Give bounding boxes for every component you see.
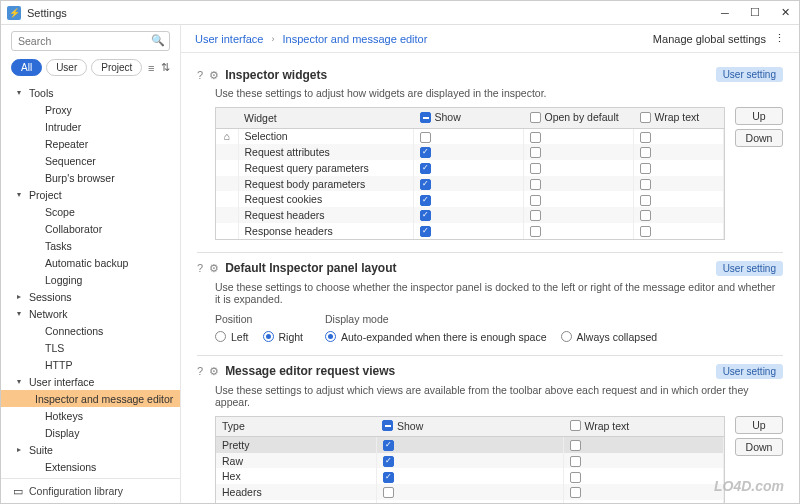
- cell-wrap[interactable]: [634, 207, 724, 223]
- cell-open[interactable]: [524, 191, 634, 207]
- cell-show[interactable]: [414, 128, 524, 144]
- checkbox-icon[interactable]: [640, 195, 651, 206]
- col-widget[interactable]: Widget: [238, 108, 414, 128]
- tree-item[interactable]: TLS: [1, 339, 180, 356]
- checkbox-icon[interactable]: [530, 195, 541, 206]
- checkbox-icon[interactable]: [530, 132, 541, 143]
- manage-settings-link[interactable]: Manage global settings: [653, 33, 766, 45]
- cell-open[interactable]: [524, 223, 634, 239]
- tree-item[interactable]: Logging: [1, 271, 180, 288]
- tree-item[interactable]: ▸Sessions: [1, 288, 180, 305]
- tree-item[interactable]: Burp's browser: [1, 169, 180, 186]
- table-row[interactable]: Headers: [216, 484, 724, 500]
- tree-item[interactable]: Display: [1, 424, 180, 441]
- cell-wrap[interactable]: [634, 223, 724, 239]
- down-button[interactable]: Down: [735, 438, 783, 456]
- cell-wrap[interactable]: [564, 484, 724, 500]
- pill-project[interactable]: Project: [91, 59, 142, 76]
- radio-always-collapsed[interactable]: Always collapsed: [561, 331, 658, 343]
- table-row[interactable]: Query params: [216, 500, 724, 503]
- col-type[interactable]: Type: [216, 417, 376, 437]
- sort-icon[interactable]: ⇅: [160, 61, 170, 75]
- checkbox-icon[interactable]: [640, 147, 651, 158]
- up-button[interactable]: Up: [735, 416, 783, 434]
- col-open[interactable]: Open by default: [524, 108, 634, 128]
- cell-wrap[interactable]: [634, 144, 724, 160]
- checkbox-icon[interactable]: [420, 179, 431, 190]
- checkbox-icon[interactable]: [420, 195, 431, 206]
- tree-item[interactable]: Connections: [1, 322, 180, 339]
- tree-item[interactable]: Inspector and message editor: [1, 390, 180, 407]
- cell-show[interactable]: [414, 223, 524, 239]
- checkbox-icon[interactable]: [420, 147, 431, 158]
- checkbox-icon[interactable]: [570, 487, 581, 498]
- tree-item[interactable]: Intruder: [1, 118, 180, 135]
- checkbox-icon[interactable]: [420, 226, 431, 237]
- cell-wrap[interactable]: [634, 176, 724, 192]
- cell-open[interactable]: [524, 128, 634, 144]
- cell-wrap[interactable]: [564, 500, 724, 503]
- cell-show[interactable]: [376, 453, 564, 469]
- tree-item[interactable]: ▾Project: [1, 186, 180, 203]
- checkbox-icon[interactable]: [383, 456, 394, 467]
- checkbox-icon[interactable]: [570, 472, 581, 483]
- checkbox-icon[interactable]: [530, 210, 541, 221]
- tree-item[interactable]: Hotkeys: [1, 407, 180, 424]
- radio-auto-expanded[interactable]: Auto-expanded when there is enough space: [325, 331, 546, 343]
- checkbox-icon[interactable]: [640, 163, 651, 174]
- checkbox-icon[interactable]: [530, 179, 541, 190]
- minimize-button[interactable]: ─: [717, 5, 733, 21]
- checkbox-icon[interactable]: [530, 147, 541, 158]
- checkbox-icon[interactable]: [383, 472, 394, 483]
- help-icon[interactable]: ?: [197, 365, 203, 377]
- cell-show[interactable]: [376, 500, 564, 503]
- checkbox-icon[interactable]: [640, 179, 651, 190]
- cell-open[interactable]: [524, 176, 634, 192]
- col-show[interactable]: Show: [414, 108, 524, 128]
- checkbox-icon[interactable]: [640, 210, 651, 221]
- pill-all[interactable]: All: [11, 59, 42, 76]
- search-input[interactable]: [11, 31, 170, 51]
- col-wrap[interactable]: Wrap text: [564, 417, 724, 437]
- tree-item[interactable]: Proxy: [1, 101, 180, 118]
- checkbox-icon[interactable]: [383, 487, 394, 498]
- col-wrap[interactable]: Wrap text: [634, 108, 724, 128]
- cell-show[interactable]: [414, 207, 524, 223]
- checkbox-icon[interactable]: [382, 420, 393, 431]
- checkbox-icon[interactable]: [640, 132, 651, 143]
- cell-open[interactable]: [524, 144, 634, 160]
- checkbox-icon[interactable]: [640, 112, 651, 123]
- cell-show[interactable]: [414, 160, 524, 176]
- cell-open[interactable]: [524, 160, 634, 176]
- radio-right[interactable]: Right: [263, 331, 304, 343]
- cell-show[interactable]: [376, 437, 564, 453]
- tree-item[interactable]: Automatic backup: [1, 254, 180, 271]
- config-library-link[interactable]: ▭ Configuration library: [1, 478, 180, 503]
- cell-open[interactable]: [524, 207, 634, 223]
- checkbox-icon[interactable]: [640, 226, 651, 237]
- checkbox-icon[interactable]: [570, 440, 581, 451]
- checkbox-icon[interactable]: [383, 440, 394, 451]
- search-icon[interactable]: 🔍: [151, 34, 165, 47]
- checkbox-icon[interactable]: [420, 210, 431, 221]
- tree-item[interactable]: Scope: [1, 203, 180, 220]
- radio-left[interactable]: Left: [215, 331, 249, 343]
- checkbox-icon[interactable]: [530, 163, 541, 174]
- cell-show[interactable]: [414, 191, 524, 207]
- tree-item[interactable]: ▸Suite: [1, 441, 180, 458]
- table-row[interactable]: Request attributes: [216, 144, 724, 160]
- table-row[interactable]: Hex: [216, 468, 724, 484]
- checkbox-icon[interactable]: [570, 456, 581, 467]
- table-row[interactable]: Request cookies: [216, 191, 724, 207]
- cell-wrap[interactable]: [564, 468, 724, 484]
- tree-item[interactable]: ▾Network: [1, 305, 180, 322]
- filter-icon[interactable]: ≡: [146, 61, 156, 75]
- crumb-1[interactable]: User interface: [195, 33, 263, 45]
- tree-item[interactable]: Extensions: [1, 458, 180, 475]
- col-show[interactable]: Show: [376, 417, 564, 437]
- cell-wrap[interactable]: [564, 453, 724, 469]
- crumb-2[interactable]: Inspector and message editor: [282, 33, 427, 45]
- help-icon[interactable]: ?: [197, 69, 203, 81]
- checkbox-icon[interactable]: [530, 226, 541, 237]
- checkbox-icon[interactable]: [420, 163, 431, 174]
